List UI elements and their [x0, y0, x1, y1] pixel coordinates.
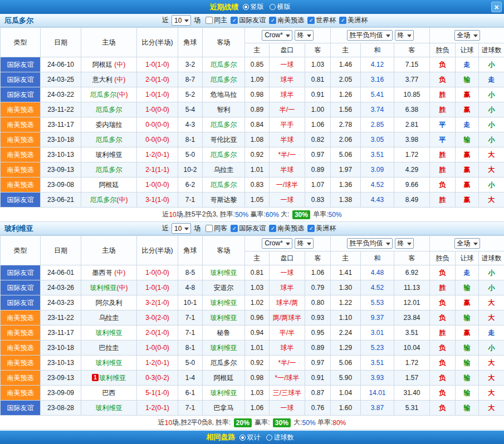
goals-result-cell: 大 — [479, 386, 504, 401]
close-button[interactable]: × — [491, 2, 502, 12]
corner-cell: 5-4 — [178, 102, 203, 117]
avg-type-select[interactable]: 胜平负均值 — [347, 238, 393, 249]
team-text: 玻利维亚 — [96, 151, 123, 159]
goals-result-cell: 大 — [479, 147, 504, 162]
match-type-cell: 南美预选 — [1, 177, 41, 193]
avg-draw-odds-cell: 4.52 — [361, 177, 394, 193]
avg-home-odds-cell: 1.26 — [331, 87, 361, 102]
score-cell: 2-0(1-0) — [137, 72, 178, 87]
avg-draw-odds-cell: 3.51 — [361, 147, 394, 162]
same-venue-checkbox[interactable]: 同客 — [205, 224, 227, 233]
handicap-home-odds-cell: 0.83 — [245, 177, 270, 193]
handicap-home-odds-cell: 0.84 — [245, 117, 270, 132]
match-date-cell: 23-09-13 — [41, 162, 81, 177]
goals-result-cell: 小 — [479, 117, 504, 132]
odds-final-select[interactable]: 终 — [295, 238, 314, 249]
radio-option-1[interactable]: 横版 — [270, 2, 291, 12]
team-text: 厄瓜多尔 — [96, 166, 123, 174]
scope-select[interactable]: 全场 — [454, 30, 480, 41]
checkbox-icon: ✓ — [231, 17, 238, 24]
team-text: 哥伦比亚 — [211, 136, 237, 144]
goals-result-cell: 走 — [479, 325, 504, 341]
match-filters: 近10场同客✓国际友谊✓南美预选✓美洲杯 — [160, 223, 336, 234]
handicap-line-cell: 一球 — [270, 265, 305, 280]
layout-radio-group: 竖版横版 — [241, 2, 295, 12]
match-type-cell: 国际友谊 — [1, 401, 41, 416]
league-checkbox-3[interactable]: ✓美洲杯 — [339, 16, 368, 25]
goals-result-cell: 大 — [479, 193, 504, 208]
team-text: 玻利维亚 — [211, 344, 237, 352]
summary-part: 胜率: — [216, 418, 233, 427]
corner-cell: 5-0 — [178, 356, 203, 371]
neutral-venue-tag: (中) — [112, 76, 125, 83]
handicap-away-odds-cell: 0.83 — [305, 193, 331, 208]
same-venue-checkbox[interactable]: 同主 — [205, 16, 227, 25]
handicap-away-odds-cell: 0.76 — [305, 401, 331, 416]
handicap-home-odds-cell: 1.03 — [245, 386, 270, 401]
league-checkbox-1[interactable]: ✓南美预选 — [269, 224, 304, 233]
odds-company-select[interactable]: Crow* — [262, 238, 292, 249]
select-value: 终 — [398, 31, 404, 40]
goals-result-cell: 小 — [479, 87, 504, 102]
select-value: 终 — [297, 239, 304, 248]
avg-draw-odds-cell: 9.37 — [361, 310, 394, 325]
radio-option-0[interactable]: 双计 — [239, 433, 261, 442]
corner-cell: 3-2 — [178, 57, 203, 72]
team-text: 巴西 — [102, 389, 116, 397]
recent-count-select[interactable]: 10 — [172, 223, 191, 234]
avg-home-odds-cell: 1.38 — [331, 193, 361, 208]
subcol-result: 胜负 — [430, 43, 456, 57]
avg-type-select[interactable]: 胜平负均值 — [347, 30, 393, 41]
away-team-cell: 哥斯达黎 — [203, 193, 245, 208]
home-team-cell: 阿根廷 (中) — [81, 57, 137, 72]
avg-away-odds-cell: 11.13 — [394, 280, 430, 295]
handicap-away-odds-cell: 0.89 — [305, 341, 331, 356]
team-name: 玻利维亚 — [0, 224, 160, 234]
score-cell: 1-2(0-1) — [137, 401, 178, 416]
handicap-result-cell: 输 — [456, 132, 479, 147]
radio-option-1[interactable]: 进球数 — [266, 433, 294, 442]
handicap-line-cell: 球半/两 — [270, 295, 305, 310]
goals-result-cell: 大 — [479, 371, 504, 386]
handicap-home-odds-cell: 1.01 — [245, 162, 270, 177]
avg-final-select[interactable]: 终 — [395, 30, 414, 41]
league-checkbox-1[interactable]: ✓南美预选 — [269, 16, 304, 25]
team-text: 阿根廷 — [99, 181, 119, 189]
select-value: Crow* — [265, 31, 283, 39]
handicap-home-odds-cell: 1.05 — [245, 193, 270, 208]
avg-final-select[interactable]: 终 — [395, 238, 414, 249]
summary-part: 近 — [158, 418, 165, 427]
recent-count-select[interactable]: 10 — [172, 15, 191, 26]
handicap-away-odds-cell: 0.95 — [305, 325, 331, 341]
odds-company-select[interactable]: Crow* — [262, 30, 292, 41]
home-team-cell: 阿根廷 — [81, 177, 137, 193]
subcol-odds-away: 客 — [305, 43, 331, 57]
match-type-cell: 国际友谊 — [1, 193, 41, 208]
odds-final-select[interactable]: 终 — [295, 30, 314, 41]
team-text: 阿尔及利 — [96, 299, 123, 307]
avg-away-odds-cell: 1.72 — [394, 356, 430, 371]
checkbox-label: 美洲杯 — [316, 224, 336, 233]
avg-home-odds-cell: 5.06 — [331, 147, 361, 162]
handicap-line-cell: 球半 — [270, 341, 305, 356]
subcol-result: 胜负 — [430, 251, 456, 265]
corner-cell: 6-2 — [178, 177, 203, 193]
home-team-cell: 乌拉圭 — [81, 310, 137, 325]
scope-select[interactable]: 全场 — [454, 238, 480, 249]
col-corner-header: 角球 — [178, 28, 203, 57]
league-checkbox-2[interactable]: ✓美洲杯 — [307, 224, 336, 233]
league-checkbox-2[interactable]: ✓世界杯 — [307, 16, 336, 25]
subcol-odds-home: 主 — [245, 43, 270, 57]
score-cell: 2-0(1-0) — [137, 325, 178, 341]
avg-home-odds-cell: 1.29 — [331, 341, 361, 356]
radio-option-0[interactable]: 竖版 — [243, 2, 264, 12]
checkbox-icon: ✓ — [269, 225, 276, 232]
avg-draw-odds-cell: 4.52 — [361, 280, 394, 295]
match-date-cell: 23-10-18 — [41, 341, 81, 356]
league-checkbox-0[interactable]: ✓国际友谊 — [231, 16, 266, 25]
match-row: 南美预选23-11-17玻利维亚2-0(1-0)7-1秘鲁0.94平/半0.95… — [1, 325, 504, 341]
match-row: 国际友谊24-03-23阿尔及利3-2(1-0)10-1玻利维亚1.02球半/两… — [1, 295, 504, 310]
team-text: 哥斯达黎 — [211, 196, 237, 204]
summary-part: 30% — [273, 418, 291, 427]
league-checkbox-0[interactable]: ✓国际友谊 — [231, 224, 266, 233]
